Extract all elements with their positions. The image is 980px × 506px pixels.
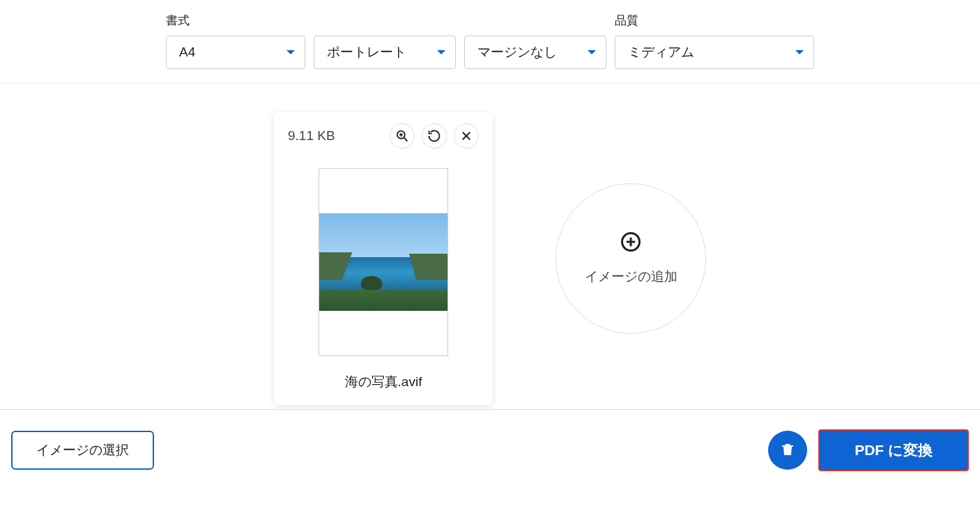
zoom-in-icon[interactable] bbox=[390, 123, 415, 148]
orientation-dropdown[interactable]: ポートレート bbox=[314, 36, 456, 69]
add-image-label: イメージの追加 bbox=[585, 268, 677, 286]
format-label: 書式 bbox=[166, 13, 606, 29]
card-actions bbox=[390, 123, 479, 148]
orientation-value: ポートレート bbox=[327, 43, 406, 61]
card-header: 9.11 KB bbox=[288, 123, 479, 148]
trash-icon bbox=[779, 441, 796, 460]
settings-bar: 書式 A4 ポートレート マージンなし 品質 ミディアム bbox=[0, 0, 980, 84]
paper-size-dropdown[interactable]: A4 bbox=[166, 36, 305, 69]
workspace: 9.11 KB 海の写真.avif bbox=[0, 84, 980, 410]
margin-dropdown[interactable]: マージンなし bbox=[464, 36, 606, 69]
quality-label: 品質 bbox=[615, 13, 814, 29]
chevron-down-icon bbox=[588, 50, 596, 54]
chevron-down-icon bbox=[795, 50, 804, 54]
format-group: 書式 A4 ポートレート マージンなし bbox=[166, 13, 606, 69]
chevron-down-icon bbox=[437, 50, 445, 54]
file-size-label: 9.11 KB bbox=[288, 128, 335, 144]
paper-size-value: A4 bbox=[179, 45, 195, 60]
right-actions: PDF に変換 bbox=[768, 429, 969, 471]
quality-value: ミディアム bbox=[628, 43, 694, 61]
photo-thumbnail bbox=[319, 213, 447, 311]
convert-to-pdf-button[interactable]: PDF に変換 bbox=[818, 429, 969, 471]
image-card[interactable]: 9.11 KB 海の写真.avif bbox=[274, 112, 493, 405]
delete-button[interactable] bbox=[768, 431, 807, 470]
quality-group: 品質 ミディアム bbox=[615, 13, 814, 69]
add-image-button[interactable]: イメージの追加 bbox=[556, 183, 706, 334]
chevron-down-icon bbox=[286, 50, 295, 54]
page-preview bbox=[288, 165, 479, 359]
page-thumbnail bbox=[319, 168, 448, 356]
rotate-icon[interactable] bbox=[422, 123, 447, 148]
bottom-bar: イメージの選択 PDF に変換 bbox=[0, 410, 980, 471]
svg-line-1 bbox=[404, 137, 408, 141]
select-images-button[interactable]: イメージの選択 bbox=[11, 431, 154, 470]
margin-value: マージンなし bbox=[477, 43, 557, 61]
close-icon[interactable] bbox=[454, 123, 479, 148]
filename-label: 海の写真.avif bbox=[288, 373, 479, 391]
quality-dropdown[interactable]: ミディアム bbox=[615, 36, 814, 69]
plus-circle-icon bbox=[620, 231, 641, 255]
